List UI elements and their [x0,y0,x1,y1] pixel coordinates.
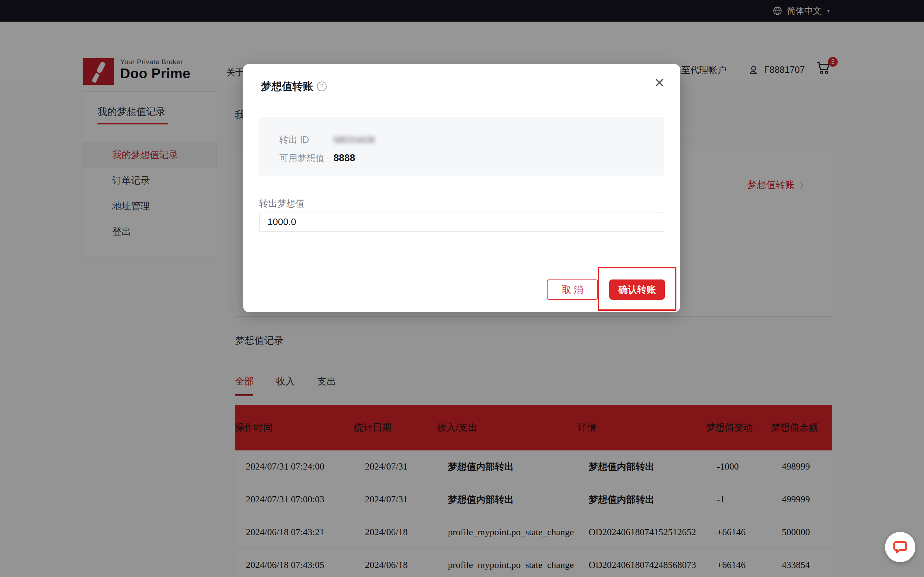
close-icon[interactable]: ✕ [652,74,667,92]
help-icon[interactable]: ? [317,82,327,91]
transfer-out-id-value-masked: M8354438 [333,134,375,145]
available-dream-value: 8888 [333,153,355,164]
chat-bubble-icon [892,539,908,555]
modal-title: 梦想值转账 [261,79,313,94]
available-dream-value-row: 可用梦想值 8888 [279,152,664,164]
transfer-amount-input[interactable] [259,212,664,232]
transfer-info-box: 转出 ID M8354438 可用梦想值 8888 [259,117,664,176]
page: 简体中文 ▼ Your Private Broker Doo Prime 关于理… [0,0,924,577]
livechat-button[interactable] [885,532,915,562]
modal-divider [259,101,664,101]
available-dream-value-label: 可用梦想值 [279,152,333,164]
transfer-out-id-row: 转出 ID M8354438 [279,134,664,146]
transfer-amount-label: 转出梦想值 [259,198,304,210]
transfer-out-id-label: 转出 ID [279,134,333,146]
cancel-button[interactable]: 取 消 [547,279,598,300]
highlight-annotation [598,267,677,311]
